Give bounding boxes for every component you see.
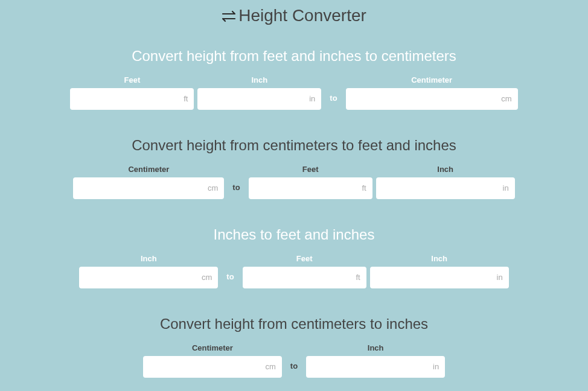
input-inch[interactable] xyxy=(197,88,321,110)
exchange-icon xyxy=(222,7,237,27)
input-wrap-cm: cm xyxy=(73,177,224,199)
section-title: Inches to feet and inches xyxy=(0,226,588,243)
label-inch: Inch xyxy=(141,254,157,263)
field-cm: Centimeter cm xyxy=(143,343,282,378)
input-wrap-inch: in xyxy=(376,177,515,199)
input-inch-out[interactable] xyxy=(370,267,509,288)
input-wrap-cm: cm xyxy=(346,88,518,110)
field-feet: Feet ft xyxy=(70,75,194,110)
page-title: Height Converter xyxy=(0,6,588,27)
to-label: to xyxy=(228,183,244,192)
input-feet[interactable] xyxy=(70,88,194,110)
section-cm-to-ftinch: Convert height from centimeters to feet … xyxy=(0,137,588,199)
input-cm[interactable] xyxy=(346,88,518,110)
field-inch: Inch in xyxy=(376,165,515,199)
input-inch-in[interactable] xyxy=(79,267,218,288)
section-ftinch-to-cm: Convert height from feet and inches to c… xyxy=(0,48,588,110)
section-inch-to-ftinch: Inches to feet and inches Inch cm to Fee… xyxy=(0,226,588,288)
input-feet[interactable] xyxy=(243,267,366,288)
field-feet: Feet ft xyxy=(243,254,366,288)
input-cm[interactable] xyxy=(73,177,224,199)
field-inch: Inch in xyxy=(306,343,445,378)
page-title-text: Height Converter xyxy=(238,6,366,25)
input-feet[interactable] xyxy=(249,177,372,199)
input-wrap-inch: cm xyxy=(79,267,218,288)
input-wrap-feet: ft xyxy=(249,177,372,199)
field-cm: Centimeter cm xyxy=(346,75,518,110)
label-feet: Feet xyxy=(302,165,319,174)
input-wrap-cm: cm xyxy=(143,356,282,378)
converter-row: Inch cm to Feet ft Inch in xyxy=(0,254,588,288)
section-cm-to-inch: Convert height from centimeters to inche… xyxy=(0,316,588,378)
to-label: to xyxy=(325,94,342,103)
label-cm: Centimeter xyxy=(192,343,233,352)
input-inch[interactable] xyxy=(306,356,445,378)
field-cm: Centimeter cm xyxy=(73,165,224,199)
field-feet: Feet ft xyxy=(249,165,372,199)
label-inch: Inch xyxy=(431,254,447,263)
label-inch: Inch xyxy=(251,75,267,84)
converter-row: Centimeter cm to Feet ft Inch in xyxy=(0,165,588,199)
field-inch: Inch in xyxy=(197,75,321,110)
input-wrap-inch: in xyxy=(370,267,509,288)
to-label: to xyxy=(222,272,238,281)
input-wrap-inch: in xyxy=(197,88,321,110)
input-wrap-feet: ft xyxy=(70,88,194,110)
section-title: Convert height from feet and inches to c… xyxy=(0,48,588,65)
to-label: to xyxy=(286,361,302,370)
field-inch-out: Inch in xyxy=(370,254,509,288)
converter-row: Centimeter cm to Inch in xyxy=(0,343,588,378)
input-wrap-inch: in xyxy=(306,356,445,378)
field-inch-in: Inch cm xyxy=(79,254,218,288)
label-cm: Centimeter xyxy=(128,165,169,174)
input-wrap-feet: ft xyxy=(243,267,366,288)
label-feet: Feet xyxy=(124,75,140,84)
input-cm[interactable] xyxy=(143,356,282,378)
label-inch: Inch xyxy=(368,343,384,352)
label-inch: Inch xyxy=(437,165,453,174)
section-title: Convert height from centimeters to inche… xyxy=(0,316,588,332)
label-cm: Centimeter xyxy=(411,75,452,84)
input-inch[interactable] xyxy=(376,177,515,199)
label-feet: Feet xyxy=(296,254,313,263)
converter-row: Feet ft Inch in to Centimeter cm xyxy=(0,75,588,110)
section-title: Convert height from centimeters to feet … xyxy=(0,137,588,154)
